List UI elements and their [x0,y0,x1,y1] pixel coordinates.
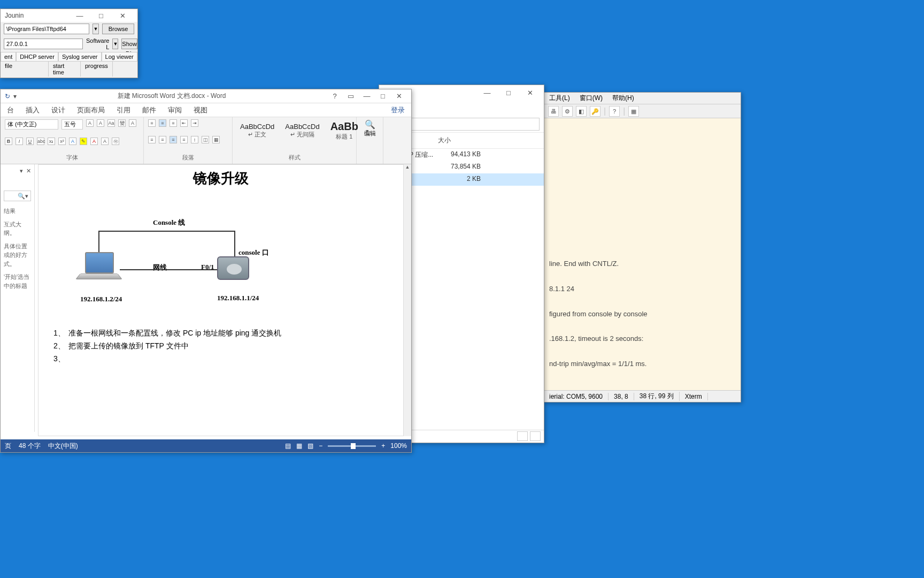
strike-icon[interactable]: abc [37,138,44,145]
line-spacing-icon[interactable]: ↕ [191,136,198,143]
char-border-icon[interactable]: A [129,119,136,127]
tool-icon[interactable]: ◧ [576,106,587,117]
col-file[interactable]: file [1,62,49,77]
sidebar-close-icon[interactable]: ✕ [26,168,31,174]
menu-tools[interactable]: 工具(L) [549,94,570,103]
tab-client[interactable]: ent [1,52,16,61]
nav-results[interactable]: 结果 [4,207,31,216]
gear-icon[interactable]: ⚙ [562,106,573,117]
status-page[interactable]: 页 [5,442,11,451]
justify-icon[interactable]: ≡ [180,136,188,143]
minimize-button[interactable]: — [359,92,375,100]
tab-insert[interactable]: 插入 [26,105,40,115]
tab-syslog[interactable]: Syslog server [58,52,102,61]
shading-icon[interactable]: ◫ [202,136,209,143]
bold-icon[interactable]: B [5,138,12,145]
style-nospacing[interactable]: AaBbCcDd ↵ 无间隔 [282,121,322,140]
tab-references[interactable]: 引用 [117,105,130,115]
font-size-input[interactable]: 五号 [61,119,83,130]
italic-icon[interactable]: I [16,138,23,145]
close-button[interactable]: ✕ [112,12,133,20]
font-name-input[interactable]: 体 (中文正) [5,119,58,130]
enclose-char-icon[interactable]: ㊕ [112,138,119,145]
tab-mailings[interactable]: 邮件 [142,105,156,115]
print-layout-icon[interactable]: ▦ [296,442,302,450]
highlight-icon[interactable]: ✎ [80,138,87,145]
ip-dropdown-icon[interactable]: ▼ [112,39,118,49]
tftpd-ip-input[interactable] [4,39,83,49]
maximize-button[interactable]: □ [90,12,112,20]
close-button[interactable]: ✕ [519,89,541,97]
help-icon[interactable]: ? [609,106,620,117]
style-normal[interactable]: AaBbCcDd ↵ 正文 [237,121,278,140]
details-view-icon[interactable] [517,431,528,441]
phonetic-icon[interactable]: 變 [118,119,126,127]
shrink-font-icon[interactable]: A [97,119,104,127]
sidebar-dropdown-icon[interactable]: ▾ [20,168,23,174]
print-icon[interactable]: 🖶 [548,106,559,117]
col-progress[interactable]: progress [81,62,113,77]
numbering-icon[interactable]: ≡ [159,119,166,127]
grow-font-icon[interactable]: A [86,119,94,127]
subscript-icon[interactable]: x₂ [48,138,55,145]
col-size[interactable]: 大小 [433,133,456,148]
borders-icon[interactable]: ▦ [212,136,220,143]
bullets-icon[interactable]: ≡ [148,119,156,127]
multilevel-icon[interactable]: ≡ [170,119,177,127]
document-area[interactable]: 镜像升级 Console 线 网线 F0/1 console 口 192.168… [38,164,404,436]
word-titlebar[interactable]: ↻ ▾ 新建 Microsoft Word 文档.docx - Word ? ▭… [1,89,411,103]
superscript-icon[interactable]: x² [58,138,66,145]
key-icon[interactable]: 🔑 [590,106,600,117]
indent-left-icon[interactable]: ⇤ [180,119,188,127]
login-link[interactable]: 登录 [391,105,405,115]
search-input[interactable]: 🔍▾ [4,191,31,201]
tab-home[interactable]: 台 [7,105,14,115]
menu-window[interactable]: 窗口(W) [580,94,603,103]
scroll-up-icon[interactable]: ▲ [404,164,411,172]
align-right-icon[interactable]: ≡ [170,136,177,143]
tab-dhcp[interactable]: DHCP server [16,52,58,61]
maximize-button[interactable]: □ [498,89,519,97]
underline-icon[interactable]: U [26,138,34,145]
terminal-output[interactable]: line. End with CNTL/Z. 8.1.1 24 figured … [544,118,741,375]
tab-view[interactable]: 视图 [194,105,207,115]
menu-help[interactable]: 帮助(H) [612,94,634,103]
tab-logviewer[interactable]: Log viewer [102,52,137,61]
web-layout-icon[interactable]: ▧ [307,442,313,450]
status-pos1: 38, 8 [609,393,634,400]
char-shading-icon[interactable]: A [101,138,109,145]
tab-review[interactable]: 审阅 [168,105,182,115]
large-icons-view-icon[interactable] [530,431,541,441]
minimize-button[interactable]: — [69,12,90,20]
refresh-icon[interactable]: ↻ [5,93,10,100]
status-lang[interactable]: 中文(中国) [48,442,78,451]
status-wordcount[interactable]: 48 个字 [19,442,41,451]
tftpd-path-input[interactable] [4,24,89,34]
tab-design[interactable]: 设计 [51,105,65,115]
path-dropdown-icon[interactable]: ▼ [93,24,99,34]
col-starttime[interactable]: start time [49,62,81,77]
minimize-button[interactable]: — [476,89,498,97]
vertical-scrollbar[interactable]: ▲ [404,164,411,436]
tftpd-titlebar[interactable]: Jounin — □ ✕ [1,9,137,22]
align-center-icon[interactable]: ≡ [159,136,166,143]
align-left-icon[interactable]: ≡ [148,136,156,143]
showdir-button[interactable]: Show Dir [121,39,137,49]
font-color-icon[interactable]: A [90,138,98,145]
read-mode-icon[interactable]: ▤ [285,442,291,450]
text-effects-icon[interactable]: A [69,138,76,145]
close-button[interactable]: ✕ [391,92,407,100]
maximize-button[interactable]: □ [375,92,391,100]
help-icon[interactable]: ? [327,92,343,100]
zoom-in-icon[interactable]: + [381,442,385,450]
zoom-slider[interactable] [328,445,376,447]
grid-icon[interactable]: ▦ [628,106,639,117]
find-icon[interactable]: 🔍 [361,119,379,130]
ribbon-toggle-icon[interactable]: ▭ [343,92,359,100]
zoom-level[interactable]: 100% [390,442,407,450]
browse-button[interactable]: Browse [102,24,134,34]
zoom-out-icon[interactable]: − [319,442,322,450]
tab-layout[interactable]: 页面布局 [77,105,105,115]
change-case-icon[interactable]: Aa [107,119,115,127]
indent-right-icon[interactable]: ⇥ [191,119,198,127]
